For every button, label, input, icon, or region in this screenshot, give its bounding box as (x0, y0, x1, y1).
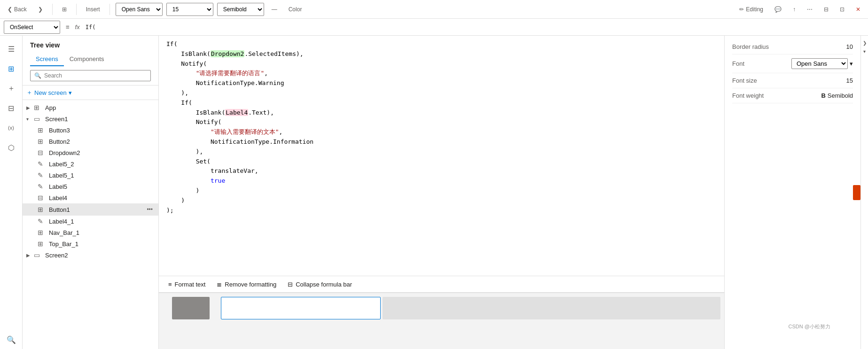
comment-button[interactable]: 💬 (771, 4, 785, 15)
tree-item-button2[interactable]: ⊞ Button2 (23, 136, 158, 147)
expand-right-button[interactable]: ▾ (861, 48, 868, 54)
strikethrough-button[interactable]: — (268, 4, 281, 15)
close-button[interactable]: ✕ (852, 4, 864, 15)
item-label: Dropdown2 (49, 149, 155, 156)
tree-item-app[interactable]: ▶ ⊞ App (23, 102, 158, 113)
close-icon: ✕ (856, 6, 860, 13)
forward-button[interactable]: ❯ (34, 4, 47, 15)
remove-formatting-icon: ≣ (217, 281, 222, 288)
font-select[interactable]: Open Sans (791, 58, 848, 69)
tree-item-label5[interactable]: ✎ Label5 (23, 181, 158, 192)
tree-item-top-bar[interactable]: ⊞ Top_Bar_1 (23, 238, 158, 249)
maximize-icon: ⊡ (840, 6, 845, 13)
font-weight-select[interactable]: Semibold (217, 3, 264, 16)
separator-2 (76, 4, 77, 15)
search-sidebar-button[interactable]: 🔍 (2, 330, 21, 349)
maximize-button[interactable]: ⊡ (836, 4, 848, 15)
screens-button[interactable]: ⊞ (58, 4, 70, 15)
font-family-select[interactable]: Open Sans (116, 3, 163, 16)
hamburger-icon: ☰ (8, 45, 15, 54)
item-label: Screen1 (45, 116, 155, 123)
minimize-button[interactable]: ⊟ (820, 4, 832, 15)
properties-panel: Border radius 10 Font Open Sans ▾ Font s… (724, 36, 860, 349)
label-icon: ⊟ (38, 194, 47, 202)
item-label: Top_Bar_1 (49, 240, 155, 248)
minimize-icon: ⊟ (824, 6, 829, 13)
customize-button[interactable]: ⬡ (2, 138, 21, 157)
tree-item-label4-1[interactable]: ✎ Label4_1 (23, 216, 158, 227)
more-options-button[interactable]: ⋯ (803, 4, 816, 15)
more-options-button[interactable]: ••• (145, 205, 155, 214)
label-icon: ✎ (38, 160, 47, 168)
search-box: 🔍 (30, 70, 151, 81)
expand-icon: ▾ (26, 116, 34, 122)
new-screen-button[interactable]: ＋ New screen ▾ (23, 85, 158, 100)
hamburger-button[interactable]: ☰ (2, 39, 21, 58)
tree-view-header: Tree view Screens Components 🔍 (23, 36, 158, 85)
color-button[interactable]: Color (285, 4, 306, 15)
tree-item-dropdown2[interactable]: ⊟ Dropdown2 (23, 147, 158, 158)
share-button[interactable]: ↑ (789, 4, 799, 15)
tree-view-button[interactable]: ⊞ (2, 59, 21, 78)
back-button[interactable]: ❮ Back (4, 4, 31, 15)
formula-area: If( IsBlank(Dropdown2.SelectedItems), No… (159, 36, 724, 349)
collapse-icon: ⊟ (288, 281, 293, 288)
tree-item-button3[interactable]: ⊞ Button3 (23, 124, 158, 136)
nav-icon: ⊞ (38, 229, 47, 236)
comment-icon: 💬 (774, 6, 782, 13)
search-input[interactable] (44, 72, 147, 79)
font-size-label: Font size (732, 77, 757, 84)
add-icon: ＋ (8, 84, 15, 93)
more-icon: ⋯ (807, 6, 813, 13)
item-label: Label5 (49, 183, 155, 190)
search-icon: 🔍 (34, 72, 41, 79)
tree-item-label4[interactable]: ⊟ Label4 (23, 192, 158, 203)
font-size-select[interactable]: 15 (166, 3, 213, 16)
formula-editor[interactable]: If( IsBlank(Dropdown2.SelectedItems), No… (159, 36, 724, 276)
code-line: IsBlank(Dropdown2.SelectedItems), (166, 49, 717, 59)
tree-item-label5-1[interactable]: ✎ Label5_1 (23, 170, 158, 181)
customize-icon: ⬡ (8, 143, 15, 152)
expand-icon: ▶ (26, 105, 34, 110)
format-text-button[interactable]: ≡ Format text (163, 278, 211, 291)
collapse-formula-bar-button[interactable]: ⊟ Collapse formula bar (282, 278, 358, 291)
plus-icon: ＋ (26, 88, 32, 97)
tree-view-title: Tree view (30, 41, 151, 49)
button-icon: ⊞ (38, 138, 47, 145)
screens-icon: ⊞ (62, 6, 67, 13)
remove-formatting-button[interactable]: ≣ Remove formatting (211, 278, 282, 291)
canvas-area-light (383, 297, 720, 319)
prop-font-weight: Font weight B Semibold (732, 88, 853, 103)
data-button[interactable]: ⊟ (2, 99, 21, 117)
expand-icon: ▶ (26, 253, 34, 258)
tab-components[interactable]: Components (64, 53, 110, 66)
code-line: "请选择需要翻译的语言", (166, 69, 717, 78)
bold-button[interactable]: B (821, 92, 825, 99)
chevron-right-icon: ❯ (38, 6, 43, 13)
tree-item-screen1[interactable]: ▾ ▭ Screen1 (23, 113, 158, 124)
tab-screens[interactable]: Screens (30, 53, 64, 66)
add-button[interactable]: ＋ (2, 79, 21, 98)
code-line: IsBlank(Label4.Text), (166, 108, 717, 118)
code-line: If( (166, 39, 717, 49)
tree-item-button1[interactable]: ⊞ Button1 ••• (23, 203, 158, 216)
insert-button[interactable]: Insert (82, 4, 104, 15)
tree-item-nav-bar[interactable]: ⊞ Nav_Bar_1 (23, 227, 158, 238)
button-icon: ⊞ (38, 126, 47, 134)
prop-font-size: Font size 15 (732, 73, 853, 88)
tree-item-label5-2[interactable]: ✎ Label5_2 (23, 158, 158, 170)
item-label: App (45, 104, 155, 111)
canvas-preview (159, 293, 724, 349)
property-selector[interactable]: OnSelect (4, 21, 60, 34)
collapse-right-button[interactable]: ❯ (861, 39, 868, 46)
code-line: "请输入需要翻译的文本", (166, 127, 717, 137)
editing-button[interactable]: ✏ Editing (735, 4, 767, 15)
prop-font: Font Open Sans ▾ (732, 54, 853, 73)
variables-button[interactable]: (x) (2, 118, 21, 137)
tree-view-tabs: Screens Components (30, 53, 151, 66)
search-sidebar-icon: 🔍 (7, 335, 16, 344)
prop-border-radius: Border radius 10 (732, 39, 853, 54)
item-label: Label5_2 (49, 161, 155, 168)
tree-item-screen2[interactable]: ▶ ▭ Screen2 (23, 249, 158, 261)
format-text-icon: ≡ (168, 281, 172, 288)
